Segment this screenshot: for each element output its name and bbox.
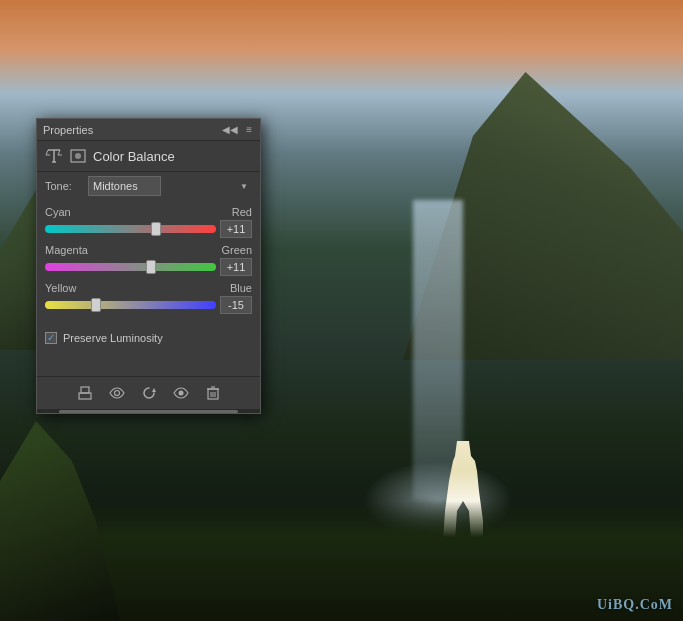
panel-scrollbar-thumb xyxy=(59,410,237,413)
magenta-green-slider-row: Magenta Green +11 xyxy=(45,244,252,276)
panel-scrollbar[interactable] xyxy=(37,409,260,413)
yellow-blue-value[interactable]: -15 xyxy=(220,296,252,314)
tone-row: Tone: Shadows Midtones Highlights ▼ xyxy=(37,172,260,200)
panel-toolbar xyxy=(37,376,260,409)
yellow-blue-track[interactable] xyxy=(45,301,216,309)
cyan-red-labels: Cyan Red xyxy=(45,206,252,218)
svg-point-8 xyxy=(75,153,81,159)
layer-mask-icon xyxy=(69,147,87,165)
svg-rect-10 xyxy=(81,387,89,393)
green-label: Green xyxy=(221,244,252,256)
hide-layer-button[interactable] xyxy=(171,383,191,403)
properties-panel: Properties ◀◀ ≡ Colo xyxy=(36,118,261,414)
scales-icon xyxy=(45,147,63,165)
clip-to-layer-button[interactable] xyxy=(75,383,95,403)
tone-select-wrapper[interactable]: Shadows Midtones Highlights ▼ xyxy=(88,176,252,196)
delete-button[interactable] xyxy=(203,383,223,403)
svg-point-11 xyxy=(114,391,119,396)
yellow-blue-slider-row: Yellow Blue -15 xyxy=(45,282,252,314)
cyan-red-value[interactable]: +11 xyxy=(220,220,252,238)
collapse-button[interactable]: ◀◀ xyxy=(220,125,240,135)
sliders-section: Cyan Red +11 Magenta Green +11 xyxy=(37,200,260,324)
svg-line-2 xyxy=(46,150,48,155)
yellow-blue-slider-with-value: -15 xyxy=(45,296,252,314)
cyan-label: Cyan xyxy=(45,206,71,218)
svg-rect-9 xyxy=(79,393,91,399)
magenta-green-labels: Magenta Green xyxy=(45,244,252,256)
panel-titlebar: Properties ◀◀ ≡ xyxy=(37,119,260,141)
panel-menu-button[interactable]: ≡ xyxy=(244,125,254,135)
panel-title-left: Properties xyxy=(43,124,93,136)
cyan-red-slider-row: Cyan Red +11 xyxy=(45,206,252,238)
panel-controls: ◀◀ ≡ xyxy=(220,125,254,135)
magenta-label: Magenta xyxy=(45,244,88,256)
panel-title: Properties xyxy=(43,124,93,136)
magenta-green-thumb[interactable] xyxy=(146,260,156,274)
cyan-red-thumb[interactable] xyxy=(151,222,161,236)
red-label: Red xyxy=(232,206,252,218)
yellow-blue-thumb[interactable] xyxy=(91,298,101,312)
cyan-red-track[interactable] xyxy=(45,225,216,233)
adj-title: Color Balance xyxy=(93,149,175,164)
panel-header: Color Balance xyxy=(37,141,260,172)
select-arrow-icon: ▼ xyxy=(240,182,248,191)
magenta-green-track[interactable] xyxy=(45,263,216,271)
preserve-luminosity-row: ✓ Preserve Luminosity xyxy=(37,324,260,352)
svg-marker-12 xyxy=(152,388,156,392)
tone-select[interactable]: Shadows Midtones Highlights xyxy=(88,176,161,196)
magenta-green-slider-with-value: +11 xyxy=(45,258,252,276)
tone-label: Tone: xyxy=(45,180,80,192)
spacer xyxy=(37,352,260,372)
watermark: UiBQ.CoM xyxy=(597,597,673,613)
yellow-blue-labels: Yellow Blue xyxy=(45,282,252,294)
checkbox-check-icon: ✓ xyxy=(47,333,55,343)
blue-label: Blue xyxy=(230,282,252,294)
yellow-label: Yellow xyxy=(45,282,76,294)
reset-button[interactable] xyxy=(139,383,159,403)
svg-point-13 xyxy=(178,391,183,396)
preserve-luminosity-label: Preserve Luminosity xyxy=(63,332,163,344)
preserve-luminosity-checkbox[interactable]: ✓ xyxy=(45,332,57,344)
magenta-green-value[interactable]: +11 xyxy=(220,258,252,276)
cyan-red-slider-with-value: +11 xyxy=(45,220,252,238)
visibility-button[interactable] xyxy=(107,383,127,403)
